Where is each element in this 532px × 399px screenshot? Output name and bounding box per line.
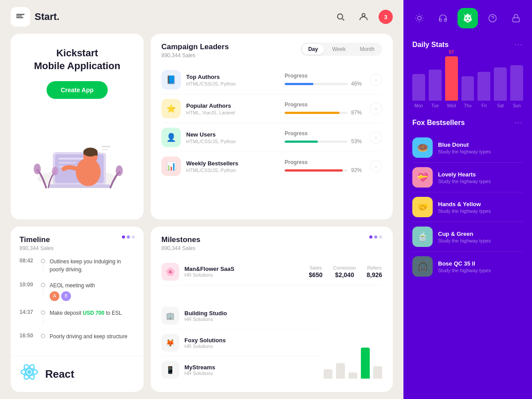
row-chevron[interactable]: › [370,160,382,172]
row-chevron[interactable]: › [370,102,382,115]
milestone-info: Man&Flower SaaS HR Solutions [184,266,303,278]
progress-track [285,169,348,172]
bar-rect [477,72,490,101]
bestseller-item[interactable]: 🍩 Blue Donut Study the highway types [412,133,523,163]
bestseller-info: Cup & Green Study the highway types [438,231,523,243]
user-icon[interactable] [356,9,372,25]
svg-marker-37 [470,14,472,16]
sidebar-icon-question[interactable] [484,9,501,27]
milestone-row: 📱 MyStreams HR Solutions [161,356,320,383]
tl-highlight: USD 700 [83,310,105,316]
dot-purple [369,235,372,239]
row-name: Top Authors [186,74,279,80]
progress-label: Progress [285,130,364,137]
bar-column: Sun [510,65,523,108]
sidebar-icon-row [403,0,532,36]
progress-pct: 92% [351,167,364,173]
row-chevron[interactable]: › [370,131,382,144]
tab-month[interactable]: Month [354,44,381,55]
tab-week[interactable]: Week [326,44,352,55]
milestone-row: 🏢 Building Studio HR Solutions [161,302,320,329]
kickstart-illustration [28,112,126,192]
milestone-bar [361,348,370,379]
row-icon: ⭐ [161,99,181,118]
progress-section: Progress 53% [285,130,364,145]
campaign-card: Campaign Leaders 890,344 Sales Day Week … [151,34,393,219]
avatar-2: B [61,291,71,301]
dot-lavender [132,235,135,239]
right-sidebar: Daily Stats ··· Mon Tue 57 Wed Thu Fri S… [403,0,532,399]
progress-section: Progress 92% [285,159,364,173]
progress-track [285,112,348,114]
tl-text: Make deposit USD 700 to ESL [50,309,122,317]
svg-line-30 [422,20,422,21]
campaign-row: 📊 Weekly Bestsellers HTML/CSS/JS, Python… [161,152,382,180]
search-icon[interactable] [332,9,348,25]
bestseller-sub: Study the highway types [438,149,523,154]
tl-line [43,316,43,325]
progress-label: Progress [285,102,364,108]
bestseller-name: Bose QC 35 II [438,260,523,267]
react-badge: React [11,356,144,392]
tl-dot-wrap [41,282,45,297]
kickstart-card: Kickstart Mobile Application Create App [11,34,144,219]
milestone-bar [348,372,357,379]
svg-rect-12 [48,184,110,188]
bar-column: Thu [462,76,474,108]
svg-marker-36 [464,14,466,16]
sidebar-icon-headphone[interactable] [434,9,452,27]
daily-stats-header: Daily Stats ··· [412,41,523,49]
fox-active-icon[interactable] [458,8,478,28]
fox-bestsellers-more[interactable]: ··· [515,119,523,127]
svg-line-34 [422,16,422,16]
sidebar-icon-lock[interactable] [507,9,525,27]
svg-rect-9 [59,158,85,160]
tl-avatars: A B [50,291,95,301]
row-chevron[interactable]: › [370,74,382,86]
bestseller-item[interactable]: 💝 Lovely Hearts Study the highway types [412,163,523,192]
timeline-item: 16:50 Poorly driving and keep structure [20,332,135,340]
fox-bestsellers-title: Fox Bestsellers [412,119,465,127]
milestone-icon: 🌸 [161,263,179,281]
svg-rect-21 [102,149,108,150]
bar-rect [462,76,474,101]
tab-day[interactable]: Day [302,44,324,55]
row-tech: HTML/CSS/JS, Python [186,168,279,173]
bestseller-item[interactable]: 🍵 Cup & Green Study the highway types [412,222,523,252]
bestseller-item[interactable]: 🎧 Bose QC 35 II Study the highway types [412,252,523,281]
milestone-info: MyStreams HR Solutions [184,364,320,376]
milestone-bar [324,369,332,379]
bestseller-item[interactable]: 🤝 Hands & Yellow Study the highway types [412,192,523,222]
progress-bar-wrap: 87% [285,110,364,116]
milestone-name: Man&Flower SaaS [184,266,303,272]
row-info: Popular Authors HTML, VueJS, Laravel [186,102,279,115]
bar-day-label: Mon [415,103,423,108]
bestseller-info: Bose QC 35 II Study the highway types [438,260,523,273]
daily-stats-chart: Mon Tue 57 Wed Thu Fri Sat Sun [412,55,523,108]
daily-stats-more[interactable]: ··· [515,41,523,49]
svg-line-33 [417,20,417,21]
notification-badge[interactable]: 3 [379,10,393,24]
svg-point-38 [466,17,467,19]
progress-pct: 87% [351,110,364,116]
sidebar-icon-light[interactable] [411,9,428,27]
navbar: Start. 3 [0,0,403,34]
progress-bar-wrap: 92% [285,167,364,173]
milestone-sub: HR Solutions [184,371,320,376]
create-app-button[interactable]: Create App [47,81,108,99]
progress-fill [285,169,343,172]
timeline-dots [122,235,135,239]
tl-circle [41,334,45,338]
timeline-title: Timeline [20,235,54,244]
progress-label: Progress [285,73,364,79]
svg-point-5 [362,14,365,17]
milestone-name: MyStreams [184,364,320,371]
row-icon: 👤 [161,128,181,147]
progress-pct: 46% [351,81,364,87]
bar-peak-label: 57 [449,50,454,55]
bar-column: 57 Wed [445,50,458,108]
milestone-list-bottom: 🏢 Building Studio HR Solutions 🦊 Foxy So… [161,302,320,383]
tl-dot-wrap [41,332,45,338]
milestone-sub: HR Solutions [184,317,320,322]
milestone-sub: HR Solutions [184,272,303,278]
